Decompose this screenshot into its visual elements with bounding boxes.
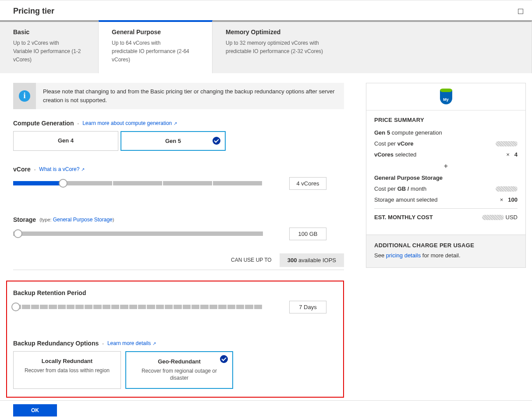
storage-label: Storage (type: General Purpose Storage) — [13, 216, 344, 223]
redacted-value — [496, 186, 518, 192]
ok-button[interactable]: OK — [13, 404, 57, 416]
tab-basic-sub1: Up to 2 vCores with — [13, 39, 89, 47]
vcore-value: 4 vCores — [289, 177, 326, 190]
summary-est-cost: EST. MONTHLY COST USD — [374, 214, 518, 221]
tab-basic-sub2: Variable IO performance (1-2 vCores) — [13, 47, 89, 64]
tab-memory-optimized[interactable]: Memory Optimized Up to 32 memory optimiz… — [213, 20, 532, 73]
compute-gen-label: Compute Generation - Learn more about co… — [13, 120, 344, 127]
tier-tabs: Basic Up to 2 vCores with Variable IO pe… — [0, 20, 532, 73]
redundancy-learn-link[interactable]: Learn more details ↗ — [107, 340, 156, 346]
summary-cost-per-vcore: Cost per vCore — [374, 140, 518, 147]
divider — [13, 270, 344, 270]
blade-footer: OK — [0, 400, 532, 420]
iops-value-box: 300 available IOPS — [280, 253, 344, 267]
locally-redundant-card[interactable]: Locally Redundant Recover from data loss… — [13, 351, 121, 389]
tab-gp-sub2: predictable IO performance (2-64 vCores) — [112, 47, 203, 64]
tab-mem-title: Memory Optimized — [226, 28, 523, 36]
main-column: i Please note that changing to and from … — [13, 83, 344, 398]
summary-title: PRICE SUMMARY — [374, 117, 518, 123]
check-icon — [220, 355, 228, 363]
external-link-icon: ↗ — [153, 341, 156, 346]
redundancy-options: Locally Redundant Recover from data loss… — [13, 351, 337, 389]
redundancy-label: Backup Redundancy Options - Learn more d… — [13, 340, 337, 347]
retention-value: 7 Days — [289, 301, 326, 313]
retention-label: Backup Retention Period — [13, 289, 337, 296]
tab-gp-sub1: Up to 64 vCores with — [112, 39, 203, 47]
tab-basic-title: Basic — [13, 28, 89, 36]
backup-highlight-box: Backup Retention Period 7 Days Backup Re… — [6, 281, 344, 398]
external-link-icon: ↗ — [81, 167, 85, 172]
vcore-slider-thumb[interactable] — [59, 179, 67, 188]
tab-mem-sub1: Up to 32 memory optimized vCores with — [226, 39, 523, 47]
info-icon: i — [13, 83, 36, 109]
pricing-tier-blade: Pricing tier Basic Up to 2 vCores with V… — [0, 0, 532, 420]
summary-storage-title: General Purpose Storage — [374, 174, 518, 181]
storage-value: 100 GB — [289, 228, 326, 240]
storage-type-link[interactable]: General Purpose Storage — [53, 217, 113, 223]
mysql-db-icon: My — [439, 89, 454, 104]
storage-slider-thumb[interactable] — [14, 229, 22, 238]
gen4-card[interactable]: Gen 4 — [13, 131, 118, 151]
retention-slider-thumb[interactable] — [11, 303, 20, 311]
summary-gen: Gen 5 compute generation — [374, 129, 518, 136]
retention-slider[interactable] — [13, 305, 263, 309]
info-bar: i Please note that changing to and from … — [13, 83, 344, 109]
blade-header: Pricing tier — [0, 0, 532, 20]
redacted-value — [496, 141, 518, 146]
gen5-card[interactable]: Gen 5 — [121, 131, 226, 151]
blade-title: Pricing tier — [13, 7, 54, 16]
info-text: Please note that changing to and from th… — [36, 83, 344, 109]
iops-row: CAN USE UP TO 300 available IOPS — [13, 253, 344, 267]
summary-cost-per-gb: Cost per GB / month — [374, 185, 518, 192]
summary-plus: + — [374, 162, 518, 170]
summary-vcores-selected: vCores selected × 4 — [374, 151, 518, 158]
geo-redundant-card[interactable]: Geo-Redundant Recover from regional outa… — [125, 351, 233, 389]
tab-gp-title: General Purpose — [112, 28, 203, 36]
vcore-learn-link[interactable]: What is a vCore? ↗ — [39, 166, 84, 172]
summary-storage-selected: Storage amount selected × 100 — [374, 196, 518, 203]
tab-mem-sub2: predictable IO performance (2-32 vCores) — [226, 47, 523, 56]
storage-slider[interactable] — [13, 231, 263, 236]
compute-gen-learn-link[interactable]: Learn more about compute generation ↗ — [82, 120, 177, 126]
tab-basic[interactable]: Basic Up to 2 vCores with Variable IO pe… — [0, 20, 99, 73]
maximize-icon[interactable] — [518, 9, 523, 14]
summary-additional: ADDITIONAL CHARGE PER USAGE See pricing … — [366, 235, 525, 267]
compute-gen-options: Gen 4 Gen 5 — [13, 131, 344, 151]
external-link-icon: ↗ — [174, 121, 177, 126]
vcore-label: vCore - What is a vCore? ↗ — [13, 166, 344, 173]
price-summary-panel: My PRICE SUMMARY Gen 5 compute generatio… — [366, 83, 526, 398]
check-icon — [213, 137, 220, 145]
iops-caption: CAN USE UP TO — [231, 257, 272, 263]
redacted-value — [482, 215, 504, 220]
vcore-slider[interactable] — [13, 181, 263, 185]
tab-general-purpose[interactable]: General Purpose Up to 64 vCores with pre… — [99, 20, 213, 73]
pricing-details-link[interactable]: pricing details — [386, 252, 421, 259]
service-logo: My — [366, 83, 525, 110]
